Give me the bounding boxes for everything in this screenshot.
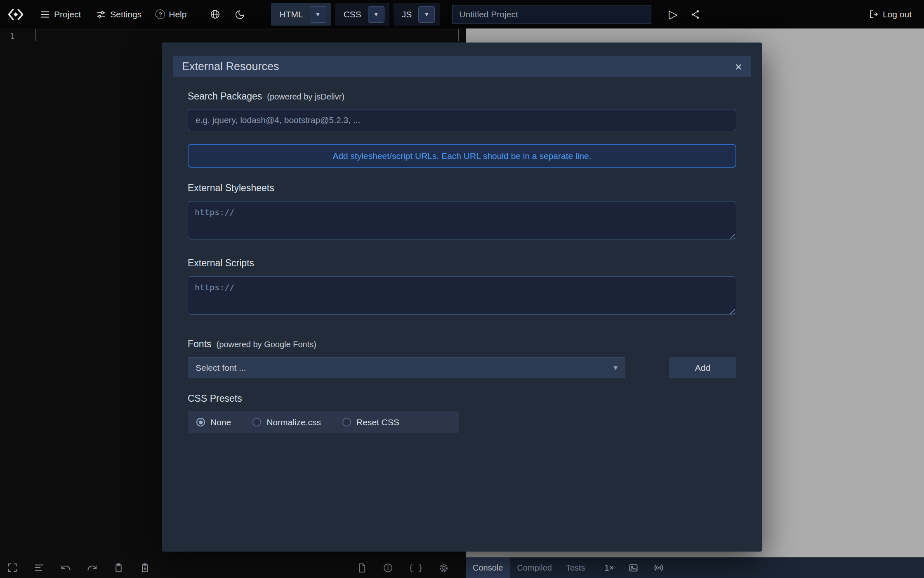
translate-button[interactable] <box>210 9 221 20</box>
copy-button[interactable] <box>113 562 124 573</box>
share-icon <box>690 9 701 20</box>
share-button[interactable] <box>690 9 701 20</box>
external-resources-modal: External Resources × Search Packages (po… <box>162 43 762 552</box>
top-bar: Project Settings ? Help HTML ▾ C <box>0 0 924 28</box>
console-tab-label: Console <box>473 563 503 573</box>
tab-html[interactable]: HTML ▾ <box>271 3 331 26</box>
chevron-down-icon: ▾ <box>316 10 320 19</box>
js-language-dropdown[interactable]: ▾ <box>418 6 435 23</box>
tab-js-label: JS <box>402 9 412 19</box>
modal-body: Search Packages (powered by jsDelivr) Ad… <box>162 91 762 433</box>
redo-icon <box>87 562 98 573</box>
fonts-label: Fonts <box>188 339 212 350</box>
modal-title: External Resources <box>182 60 279 73</box>
result-zoom-button[interactable]: 1× <box>605 563 614 573</box>
css-language-dropdown[interactable]: ▾ <box>368 6 384 23</box>
modal-header: External Resources × <box>173 56 751 77</box>
add-font-button-label: Add <box>695 363 710 373</box>
play-icon: ▷ <box>669 8 678 21</box>
search-packages-label-row: Search Packages (powered by jsDelivr) <box>188 91 736 102</box>
preset-none-radio[interactable]: None <box>196 417 231 427</box>
dark-mode-toggle[interactable] <box>235 9 245 20</box>
braces-icon: { } <box>408 563 423 573</box>
compiled-tab-label: Compiled <box>517 563 552 573</box>
tab-html-label: HTML <box>279 9 303 19</box>
preset-reset-radio[interactable]: Reset CSS <box>342 417 399 427</box>
settings-menu-label: Settings <box>110 9 141 19</box>
stylesheets-textarea-wrap <box>188 201 736 241</box>
chevron-down-icon: ▾ <box>425 10 429 19</box>
font-select-row: Select font ... ▾ Add <box>188 357 736 378</box>
css-presets-group: None Normalize.css Reset CSS <box>188 411 459 433</box>
app-logo[interactable] <box>7 5 25 24</box>
translate-icon <box>210 9 221 20</box>
radio-icon <box>196 418 205 426</box>
format-button[interactable] <box>33 562 45 573</box>
font-select[interactable]: Select font ... ▾ <box>188 357 625 378</box>
external-stylesheets-label: External Stylesheets <box>188 182 274 194</box>
undo-button[interactable] <box>60 562 71 573</box>
logout-label: Log out <box>883 9 912 19</box>
editor-settings-button[interactable] <box>438 562 449 573</box>
editor-tabs: HTML ▾ CSS ▾ JS ▾ <box>271 0 440 28</box>
preset-none-label: None <box>210 417 231 427</box>
html-language-dropdown[interactable]: ▾ <box>310 6 326 23</box>
logout-button[interactable]: Log out <box>868 9 912 19</box>
focus-mode-icon <box>7 562 18 573</box>
css-presets-label: CSS Presets <box>188 393 242 404</box>
run-button[interactable]: ▷ <box>669 9 678 20</box>
tab-js[interactable]: JS ▾ <box>394 3 440 26</box>
tests-tab-label: Tests <box>566 563 585 573</box>
tests-tab[interactable]: Tests <box>559 557 592 578</box>
url-note-text: Add stylesheet/script URLs. Each URL sho… <box>332 151 591 161</box>
scripts-textarea[interactable] <box>188 276 736 315</box>
fonts-hint: (powered by Google Fonts) <box>217 340 316 349</box>
info-icon <box>382 562 394 573</box>
package-search-input[interactable] <box>188 109 736 131</box>
close-icon[interactable]: × <box>735 61 742 73</box>
compiled-tab[interactable]: Compiled <box>510 557 559 578</box>
chevron-down-icon: ▾ <box>375 10 378 19</box>
add-font-button[interactable]: Add <box>669 357 736 378</box>
search-packages-label: Search Packages <box>188 91 262 102</box>
redo-button[interactable] <box>87 562 98 573</box>
moon-icon <box>235 9 245 20</box>
screenshot-button[interactable] <box>628 562 639 573</box>
line-number: 1 <box>10 31 15 41</box>
gear-icon <box>438 562 449 573</box>
undo-icon <box>60 562 71 573</box>
preset-normalize-radio[interactable]: Normalize.css <box>252 417 321 427</box>
stylesheets-textarea[interactable] <box>188 201 736 239</box>
preset-normalize-label: Normalize.css <box>266 417 321 427</box>
screenshot-icon <box>628 562 639 573</box>
console-tab[interactable]: Console <box>466 557 510 578</box>
broadcast-button[interactable] <box>653 562 665 573</box>
paste-button[interactable] <box>139 562 151 573</box>
project-menu[interactable]: Project <box>40 9 81 20</box>
custom-settings-button[interactable]: { } <box>408 563 423 573</box>
editor-toolbar-left-group <box>0 562 151 573</box>
tab-css-label: CSS <box>344 9 361 19</box>
preset-reset-label: Reset CSS <box>356 417 399 427</box>
editor-active-line[interactable] <box>35 29 459 41</box>
select-caret-icon: ▾ <box>613 363 618 372</box>
radio-icon <box>342 418 351 426</box>
info-button[interactable] <box>382 562 394 573</box>
file-actions-button[interactable] <box>356 562 368 573</box>
settings-menu[interactable]: Settings <box>96 9 141 20</box>
broadcast-icon <box>653 562 665 573</box>
file-code-icon <box>356 562 368 573</box>
project-menu-label: Project <box>54 9 81 19</box>
tab-css[interactable]: CSS ▾ <box>335 3 389 26</box>
clipboard-arrow-icon <box>139 562 151 573</box>
format-icon <box>33 562 45 573</box>
result-status-bar: Console Compiled Tests 1× <box>466 557 924 578</box>
editor-toolbar: { } <box>0 557 466 578</box>
help-menu[interactable]: ? Help <box>156 9 186 19</box>
scripts-label-row: External Scripts <box>188 258 736 269</box>
project-title-input[interactable] <box>452 5 651 24</box>
focus-mode-button[interactable] <box>7 562 18 573</box>
font-select-value: Select font ... <box>196 363 246 373</box>
url-note-banner: Add stylesheet/script URLs. Each URL sho… <box>188 144 736 168</box>
search-packages-hint: (powered by jsDelivr) <box>267 92 344 102</box>
